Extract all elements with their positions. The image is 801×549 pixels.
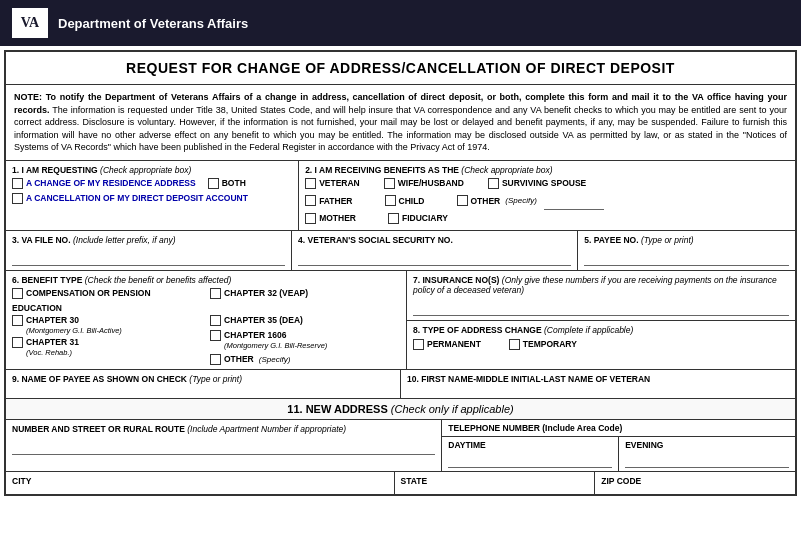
montgomery-reserve-label: (Montgomery G.I. Bill-Reserve) (224, 341, 400, 350)
education-label: EDUCATION (12, 303, 202, 313)
checkbox-comp-pension[interactable]: COMPENSATION OR PENSION (12, 288, 194, 299)
note-text: NOTE: To notify the Department of Vetera… (14, 92, 787, 152)
section2-row1: VETERAN WIFE/HUSBAND SURVIVING SPOUSE (305, 178, 789, 189)
checkbox-mother-box[interactable] (305, 213, 316, 224)
checkbox-comp-pension-label: COMPENSATION OR PENSION (26, 288, 151, 298)
phone-evening: EVENING (619, 437, 795, 471)
checkbox-temporary-box[interactable] (509, 339, 520, 350)
section3-label: 3. VA FILE NO. (Include letter prefix, i… (12, 235, 285, 245)
checkbox-child[interactable]: CHILD (385, 195, 425, 206)
checkbox-chapter30-box[interactable] (12, 315, 23, 326)
section1-label: 1. I AM REQUESTING (Check appropriate bo… (12, 165, 292, 175)
other-specify-label: (Specify) (505, 196, 537, 205)
checkbox-surviving-spouse-box[interactable] (488, 178, 499, 189)
street-input[interactable] (12, 439, 435, 455)
checkbox-permanent[interactable]: PERMANENT (413, 339, 481, 350)
checkbox-wife-husband-box[interactable] (384, 178, 395, 189)
section11-header: 11. NEW ADDRESS (Check only if applicabl… (6, 399, 795, 420)
payee-no-input[interactable] (584, 250, 789, 266)
checkbox-permanent-label: PERMANENT (427, 339, 481, 349)
section8-checkboxes: PERMANENT TEMPORARY (413, 339, 789, 350)
checkbox-residence-box[interactable] (12, 178, 23, 189)
header-title: Department of Veterans Affairs (58, 16, 248, 31)
section6-left-col: COMPENSATION OR PENSION EDUCATION CHAPTE… (12, 288, 202, 365)
checkbox-cancellation[interactable]: A CANCELLATION OF MY DIRECT DEPOSIT ACCO… (12, 193, 248, 204)
checkbox-father-label: FATHER (319, 196, 352, 206)
other-specify-input[interactable] (544, 194, 604, 210)
checkbox-veteran-box[interactable] (305, 178, 316, 189)
checkbox-fiduciary-box[interactable] (388, 213, 399, 224)
section-10: 10. FIRST NAME-MIDDLE INITIAL-LAST NAME … (401, 370, 795, 398)
checkbox-chapter32[interactable]: CHAPTER 32 (VEAP) (210, 288, 392, 299)
checkbox-both[interactable]: BOTH (208, 178, 246, 189)
checkbox-chapter30-label: CHAPTER 30 (26, 315, 79, 325)
city-row: CITY STATE ZIP CODE (6, 472, 795, 494)
daytime-input[interactable] (448, 452, 612, 468)
va-logo: VA (12, 8, 48, 38)
checkbox-cancellation-box[interactable] (12, 193, 23, 204)
section2-row2: FATHER CHILD OTHER (Specify) (305, 192, 789, 210)
phone-daytime: DAYTIME (442, 437, 619, 471)
checkbox-wife-husband[interactable]: WIFE/HUSBAND (384, 178, 464, 189)
section7-label: 7. INSURANCE NO(S) (Only give these numb… (413, 275, 789, 295)
checkbox-other-label: OTHER (471, 196, 501, 206)
section2-row3: MOTHER FIDUCIARY (305, 213, 789, 224)
checkbox-residence[interactable]: A CHANGE OF MY RESIDENCE ADDRESS (12, 178, 196, 189)
section4-label: 4. VETERAN'S SOCIAL SECURITY NO. (298, 235, 571, 245)
checkbox-fiduciary[interactable]: FIDUCIARY (388, 213, 448, 224)
checkbox-chapter31-box[interactable] (12, 337, 23, 348)
zip-cell: ZIP CODE (595, 472, 795, 494)
checkbox-mother[interactable]: MOTHER (305, 213, 356, 224)
checkbox-mother-label: MOTHER (319, 213, 356, 223)
section8-label: 8. TYPE OF ADDRESS CHANGE (Complete if a… (413, 325, 789, 335)
checkbox-chapter31[interactable]: CHAPTER 31 (12, 337, 194, 348)
checkbox-temporary-label: TEMPORARY (523, 339, 577, 349)
checkbox-chapter35-box[interactable] (210, 315, 221, 326)
section-1: 1. I AM REQUESTING (Check appropriate bo… (6, 161, 299, 230)
checkbox-other-benefit-label: OTHER (224, 354, 254, 364)
row-1-2: 1. I AM REQUESTING (Check appropriate bo… (6, 161, 795, 231)
section-7: 7. INSURANCE NO(S) (Only give these numb… (407, 271, 795, 321)
checkbox-temporary[interactable]: TEMPORARY (509, 339, 577, 350)
montgomery-active-label: (Montgomery G.I. Bill-Active) (26, 326, 202, 335)
checkbox-chapter32-box[interactable] (210, 288, 221, 299)
section-9: 9. NAME OF PAYEE AS SHOWN ON CHECK (Type… (6, 370, 401, 398)
address-phone: TELEPHONE NUMBER (Include Area Code) DAY… (442, 420, 795, 471)
checkbox-comp-pension-box[interactable] (12, 288, 23, 299)
checkbox-father[interactable]: FATHER (305, 195, 352, 206)
section6-right-col: CHAPTER 32 (VEAP) CHAPTER 35 (DEA) CHAPT… (210, 288, 400, 365)
checkbox-chapter1606[interactable]: CHAPTER 1606 (210, 330, 392, 341)
note-section: NOTE: To notify the Department of Vetera… (6, 85, 795, 161)
ssn-input[interactable] (298, 250, 571, 266)
row-9-10: 9. NAME OF PAYEE AS SHOWN ON CHECK (Type… (6, 370, 795, 399)
checkbox-chapter30[interactable]: CHAPTER 30 (12, 315, 194, 326)
evening-input[interactable] (625, 452, 789, 468)
section1-option3-row: A CANCELLATION OF MY DIRECT DEPOSIT ACCO… (12, 193, 292, 204)
checkbox-other-box[interactable] (457, 195, 468, 206)
checkbox-chapter35[interactable]: CHAPTER 35 (DEA) (210, 315, 392, 326)
checkbox-father-box[interactable] (305, 195, 316, 206)
checkbox-both-label: BOTH (222, 178, 246, 188)
va-file-no-input[interactable] (12, 250, 285, 266)
checkbox-chapter31-label: CHAPTER 31 (26, 337, 79, 347)
checkbox-chapter35-label: CHAPTER 35 (DEA) (224, 315, 303, 325)
checkbox-veteran[interactable]: VETERAN (305, 178, 360, 189)
section9-label: 9. NAME OF PAYEE AS SHOWN ON CHECK (Type… (12, 374, 394, 384)
insurance-nos-input[interactable] (413, 300, 789, 316)
checkbox-other[interactable]: OTHER (Specify) (457, 192, 604, 210)
section-5: 5. PAYEE NO. (Type or print) (578, 231, 795, 270)
checkbox-permanent-box[interactable] (413, 339, 424, 350)
section-7-8: 7. INSURANCE NO(S) (Only give these numb… (407, 271, 795, 369)
address-row: NUMBER AND STREET OR RURAL ROUTE (Includ… (6, 420, 795, 472)
checkbox-other-benefit-box[interactable] (210, 354, 221, 365)
checkbox-fiduciary-label: FIDUCIARY (402, 213, 448, 223)
row-3-4-5: 3. VA FILE NO. (Include letter prefix, i… (6, 231, 795, 271)
checkbox-chapter1606-box[interactable] (210, 330, 221, 341)
street-label: NUMBER AND STREET OR RURAL ROUTE (Includ… (12, 424, 435, 434)
checkbox-other-benefit[interactable]: OTHER (Specify) (210, 354, 392, 365)
checkbox-surviving-spouse[interactable]: SURVIVING SPOUSE (488, 178, 586, 189)
checkbox-child-box[interactable] (385, 195, 396, 206)
section-2: 2. I AM RECEIVING BENEFITS AS THE (Check… (299, 161, 795, 230)
checkbox-both-box[interactable] (208, 178, 219, 189)
row-6-7-8: 6. BENEFIT TYPE (Check the benefit or be… (6, 271, 795, 370)
